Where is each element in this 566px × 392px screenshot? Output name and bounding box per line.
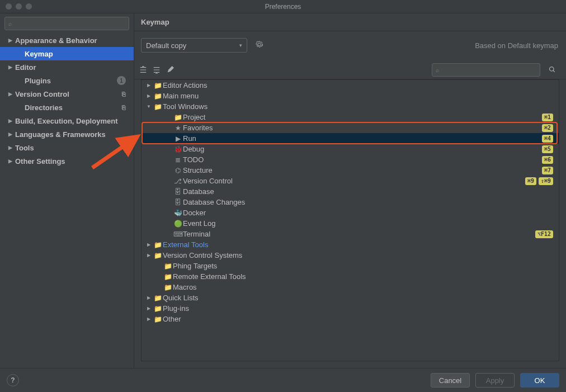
action-row-phing-targets[interactable]: 📁Phing Targets xyxy=(142,261,559,271)
find-by-shortcut-button[interactable] xyxy=(545,65,559,74)
action-label: Terminal xyxy=(183,230,210,238)
action-label: Docker xyxy=(183,209,206,217)
action-row-remote-external-tools[interactable]: 📁Remote External Tools xyxy=(142,271,559,282)
expand-all-button[interactable] xyxy=(136,63,150,77)
keymap-scheme-select[interactable]: Default copy ▾ xyxy=(141,38,247,53)
sidebar-item-label: Version Control xyxy=(15,90,69,98)
action-label: External Tools xyxy=(163,240,208,249)
sidebar-item-directories[interactable]: Directories⎘ xyxy=(0,101,134,114)
action-row-external-tools[interactable]: ▶📁External Tools xyxy=(142,239,559,250)
action-row-docker[interactable]: 🐳Docker xyxy=(142,207,559,218)
shortcut-group: ⌘9⇧⌘9 xyxy=(525,177,553,185)
folder-icon: 📁 xyxy=(163,284,173,291)
project-icon: ⎘ xyxy=(122,91,126,97)
cancel-button[interactable]: Cancel xyxy=(431,373,470,388)
edit-button[interactable] xyxy=(163,63,177,77)
db-changes-icon: 🗄 xyxy=(173,199,183,206)
window-title: Preferences xyxy=(0,3,566,11)
action-row-editor-actions[interactable]: ▶📁Editor Actions xyxy=(142,80,559,91)
ok-button[interactable]: OK xyxy=(520,373,559,388)
shortcut-group: ⌘7 xyxy=(542,167,553,174)
action-row-quick-lists[interactable]: ▶📁Quick Lists xyxy=(142,292,559,303)
action-label: TODO xyxy=(183,155,204,164)
action-row-version-control-systems[interactable]: ▶📁Version Control Systems xyxy=(142,250,559,261)
keymap-scheme-label: Default copy xyxy=(146,41,186,50)
folder-icon: 📁 xyxy=(153,305,163,313)
apply-button[interactable]: Apply xyxy=(475,373,515,388)
list-icon: ≣ xyxy=(173,156,183,164)
structure-icon: ⌬ xyxy=(173,167,183,174)
sidebar-item-build-execution-deployment[interactable]: ▶Build, Execution, Deployment xyxy=(0,114,134,127)
gear-icon[interactable] xyxy=(255,40,263,50)
actions-search-input[interactable] xyxy=(432,63,540,77)
shortcut-keycap: ⌘7 xyxy=(542,167,553,174)
sidebar-item-other-settings[interactable]: ▶Other Settings xyxy=(0,154,134,168)
action-row-debug[interactable]: 🐞Debug⌘5 xyxy=(142,144,559,154)
sidebar-search[interactable]: ⌕ xyxy=(4,17,129,30)
sidebar-tree: ▶Appearance & BehaviorKeymap▶EditorPlugi… xyxy=(0,34,134,368)
action-row-main-menu[interactable]: ▶📁Main menu xyxy=(142,91,559,101)
action-label: Quick Lists xyxy=(163,294,199,302)
vcs-icon: ⎇ xyxy=(173,177,183,185)
chevron-right-icon: ▶ xyxy=(145,306,153,311)
folder-icon: 📁 xyxy=(163,273,173,281)
debug-icon: 🐞 xyxy=(173,145,183,153)
shortcut-group: ⌥F12 xyxy=(535,230,553,238)
shortcut-keycap: ⌘9 xyxy=(525,177,536,185)
action-row-tool-windows[interactable]: ▼📁Tool Windows xyxy=(142,101,559,112)
action-row-todo[interactable]: ≣TODO⌘6 xyxy=(142,154,559,165)
shortcut-group: ⌘1 xyxy=(542,114,553,121)
shortcut-group: ⌘4 xyxy=(542,135,553,143)
action-row-macros[interactable]: 📁Macros xyxy=(142,282,559,292)
action-row-plug-ins[interactable]: ▶📁Plug-ins xyxy=(142,303,559,314)
sidebar-item-plugins[interactable]: Plugins1 xyxy=(0,74,134,87)
action-label: Version Control Systems xyxy=(163,251,242,259)
chevron-down-icon: ▾ xyxy=(239,42,242,48)
action-row-structure[interactable]: ⌬Structure⌘7 xyxy=(142,165,559,176)
help-button[interactable]: ? xyxy=(7,374,19,386)
action-label: Phing Targets xyxy=(173,262,217,270)
chevron-right-icon: ▶ xyxy=(8,64,15,70)
action-label: Macros xyxy=(173,283,197,291)
chevron-right-icon: ▶ xyxy=(145,317,153,322)
action-row-project[interactable]: 📁Project⌘1 xyxy=(142,112,559,122)
sidebar-item-label: Build, Execution, Deployment xyxy=(15,117,117,125)
search-icon: ⌕ xyxy=(436,67,439,73)
sidebar-item-appearance-behavior[interactable]: ▶Appearance & Behavior xyxy=(0,34,134,47)
folder-icon: 📁 xyxy=(153,315,163,323)
sidebar-item-keymap[interactable]: Keymap xyxy=(0,47,134,60)
sidebar-item-tools[interactable]: ▶Tools xyxy=(0,141,134,154)
action-row-database[interactable]: 🗄Database xyxy=(142,186,559,197)
sidebar-item-label: Languages & Frameworks xyxy=(15,130,106,139)
actions-search[interactable]: ⌕ xyxy=(432,63,540,77)
search-icon: ⌕ xyxy=(8,21,12,27)
action-row-run[interactable]: ▶Run⌘4 xyxy=(142,133,559,144)
folder-icon: 📁 xyxy=(153,92,163,100)
docker-icon: 🐳 xyxy=(173,209,183,217)
action-row-terminal[interactable]: ⌨Terminal⌥F12 xyxy=(142,229,559,239)
action-row-version-control[interactable]: ⎇Version Control⌘9⇧⌘9 xyxy=(142,176,559,186)
sidebar-item-editor[interactable]: ▶Editor xyxy=(0,60,134,74)
chevron-right-icon: ▶ xyxy=(8,91,15,97)
folder-icon: 📁 xyxy=(173,114,183,121)
action-label: Structure xyxy=(183,166,213,174)
folder-icon: 📁 xyxy=(153,294,163,302)
collapse-all-button[interactable] xyxy=(150,63,163,77)
sidebar-search-input[interactable] xyxy=(4,17,129,30)
sidebar-item-version-control[interactable]: ▶Version Control⎘ xyxy=(0,87,134,101)
project-icon: ⎘ xyxy=(122,104,126,111)
chevron-right-icon: ▶ xyxy=(8,145,15,150)
settings-sidebar: ⌕ ▶Appearance & BehaviorKeymap▶EditorPlu… xyxy=(0,13,134,368)
star-icon: ★ xyxy=(173,124,183,132)
action-label: Remote External Tools xyxy=(173,272,246,281)
chevron-down-icon: ▼ xyxy=(145,104,153,109)
action-row-other[interactable]: ▶📁Other xyxy=(142,314,559,324)
action-label: Favorites xyxy=(183,124,213,132)
sidebar-item-languages-frameworks[interactable]: ▶Languages & Frameworks xyxy=(0,127,134,141)
action-row-event-log[interactable]: 🟢Event Log xyxy=(142,218,559,229)
shortcut-group: ⌘2 xyxy=(542,124,553,132)
action-row-favorites[interactable]: ★Favorites⌘2 xyxy=(142,122,559,133)
db-icon: 🗄 xyxy=(173,188,183,196)
shortcut-group: ⌘6 xyxy=(542,156,553,164)
action-row-database-changes[interactable]: 🗄Database Changes xyxy=(142,197,559,207)
